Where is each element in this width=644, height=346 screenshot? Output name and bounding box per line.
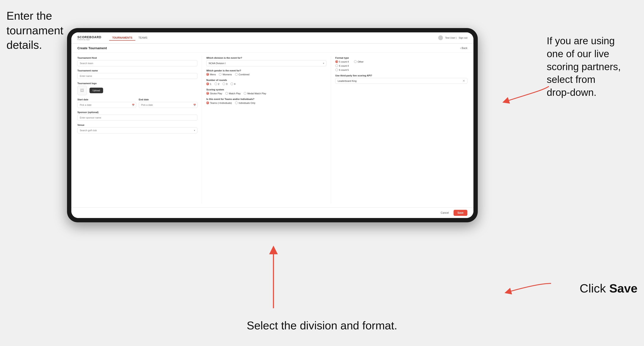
gender-mens-circle bbox=[206, 73, 209, 76]
format-type-row-2: 6 count 4 bbox=[335, 64, 468, 67]
upload-button[interactable]: Upload bbox=[90, 88, 103, 93]
scoring-tag-clear-icon[interactable]: ✕ bbox=[463, 79, 465, 82]
division-group: Which division is the event for? NCAA Di… bbox=[206, 57, 326, 66]
rounds-1-circle bbox=[206, 82, 209, 85]
format-other-label: Other bbox=[358, 60, 364, 63]
click-save-prefix: Click bbox=[580, 281, 609, 295]
sign-out-link[interactable]: Sign out bbox=[459, 36, 468, 39]
format-5count4[interactable]: 5 count 4 bbox=[335, 60, 349, 63]
end-date-input[interactable] bbox=[139, 102, 198, 108]
third-party-group: Use third-party live scoring API? Leader… bbox=[335, 74, 468, 84]
date-row: Start date End date bbox=[78, 98, 197, 108]
format-type-label: Format type bbox=[335, 57, 468, 59]
user-label: Test User | bbox=[445, 36, 456, 39]
format-type-grid: 5 count 4 Other 6 count 4 bbox=[335, 60, 468, 71]
cancel-button[interactable]: Cancel bbox=[438, 210, 452, 216]
scoring-medal-match-circle bbox=[244, 92, 246, 95]
format-6count4[interactable]: 6 count 4 bbox=[335, 64, 349, 67]
col-divider-1 bbox=[202, 57, 202, 203]
tournament-name-input[interactable] bbox=[78, 73, 197, 79]
division-label: Which division is the event for? bbox=[206, 57, 326, 59]
logo-placeholder: 🖼 bbox=[78, 86, 87, 95]
start-date-group: Start date bbox=[78, 98, 136, 108]
scoring-tag-value: Leaderboard King bbox=[338, 80, 356, 82]
start-date-input[interactable] bbox=[78, 102, 136, 108]
format-other-circle bbox=[354, 60, 357, 63]
nav-link-tournaments[interactable]: TOURNAMENTS bbox=[109, 35, 135, 41]
event-type-individuals-label: Individuals Only bbox=[239, 102, 256, 104]
gender-combined[interactable]: Combined bbox=[235, 73, 250, 76]
format-6count5-circle bbox=[335, 68, 338, 71]
nav-links: TOURNAMENTS TEAMS bbox=[109, 35, 150, 40]
rounds-1[interactable]: 1 bbox=[206, 82, 211, 85]
sponsor-input[interactable] bbox=[78, 115, 197, 121]
scoring-group: Scoring system Stroke Play Match Play bbox=[206, 88, 326, 95]
format-6count5-label: 6 count 5 bbox=[339, 69, 349, 71]
scoring-stroke-label: Stroke Play bbox=[210, 92, 222, 95]
scoring-label: Scoring system bbox=[206, 88, 326, 91]
event-type-individuals[interactable]: Individuals Only bbox=[235, 101, 256, 104]
gender-combined-label: Combined bbox=[239, 73, 250, 76]
event-type-teams-circle bbox=[206, 101, 209, 104]
gender-label: Which gender is the event for? bbox=[206, 69, 326, 72]
format-6count5[interactable]: 6 count 5 bbox=[335, 68, 349, 71]
click-save-bold: Save bbox=[609, 281, 638, 295]
rounds-4-circle bbox=[230, 82, 233, 85]
scoring-stroke-circle bbox=[206, 92, 209, 95]
gender-mens[interactable]: Mens bbox=[206, 73, 216, 76]
format-type-row-1: 5 count 4 Other bbox=[335, 60, 468, 63]
rounds-3-circle bbox=[222, 82, 225, 85]
logo-text: SCOREBOARD bbox=[78, 35, 102, 39]
rounds-2[interactable]: 2 bbox=[214, 82, 220, 85]
rounds-3[interactable]: 3 bbox=[222, 82, 228, 85]
event-type-teams-label: Teams (+Individuals) bbox=[210, 102, 232, 104]
format-other[interactable]: Other bbox=[354, 60, 364, 63]
scoring-medal-match-label: Medal Match Play bbox=[247, 92, 266, 95]
save-button[interactable]: Save bbox=[454, 210, 468, 216]
third-party-label: Use third-party live scoring API? bbox=[335, 74, 468, 77]
event-type-individuals-circle bbox=[235, 101, 238, 104]
gender-mens-label: Mens bbox=[210, 73, 216, 76]
sponsor-group: Sponsor (optional) bbox=[78, 111, 197, 121]
event-type-teams[interactable]: Teams (+Individuals) bbox=[206, 101, 232, 104]
format-type-row-3: 6 count 5 bbox=[335, 68, 468, 71]
format-type-group: Format type 5 count 4 Other bbox=[335, 57, 468, 71]
scoring-match[interactable]: Match Play bbox=[225, 92, 240, 95]
tournament-logo-group: Tournament logo 🖼 Upload bbox=[78, 82, 197, 95]
rounds-group: Number of rounds 1 2 bbox=[206, 79, 326, 85]
gender-radio-group: Mens Womens Combined bbox=[206, 73, 326, 76]
col-divider-2 bbox=[331, 57, 331, 203]
logo-sub: Powered by clippit bbox=[78, 39, 102, 40]
format-5count4-circle bbox=[335, 60, 338, 63]
rounds-2-circle bbox=[214, 82, 217, 85]
venue-input[interactable] bbox=[78, 127, 197, 133]
tournament-name-group: Tournament name bbox=[78, 69, 197, 79]
start-date-label: Start date bbox=[78, 98, 136, 101]
scoring-stroke[interactable]: Stroke Play bbox=[206, 92, 222, 95]
gender-group: Which gender is the event for? Mens Wome… bbox=[206, 69, 326, 76]
end-date-label: End date bbox=[139, 98, 198, 101]
page-header: Create Tournament Back bbox=[71, 44, 474, 53]
format-5count4-label: 5 count 4 bbox=[339, 60, 349, 63]
tournament-host-input[interactable] bbox=[78, 60, 197, 66]
venue-label: Venue bbox=[78, 124, 197, 126]
format-6count4-circle bbox=[335, 64, 338, 67]
rounds-1-label: 1 bbox=[210, 83, 211, 85]
tournament-logo-label: Tournament logo bbox=[78, 82, 197, 85]
rounds-3-label: 3 bbox=[226, 83, 228, 85]
back-link[interactable]: Back bbox=[460, 47, 468, 50]
division-select[interactable]: NCAA Division I bbox=[206, 60, 326, 66]
rounds-4[interactable]: 4 bbox=[230, 82, 236, 85]
scoring-tag-input[interactable]: Leaderboard King ✕ bbox=[335, 78, 468, 84]
gender-combined-circle bbox=[235, 73, 238, 76]
scoring-medal-match[interactable]: Medal Match Play bbox=[244, 92, 266, 95]
rounds-radio-group: 1 2 3 4 bbox=[206, 82, 326, 85]
gender-womens[interactable]: Womens bbox=[219, 73, 232, 76]
nav-right: Test User | Sign out bbox=[438, 35, 468, 40]
form-col-left: Tournament Host Tournament name Tourname… bbox=[78, 57, 197, 203]
user-avatar bbox=[438, 35, 443, 40]
nav-link-teams[interactable]: TEAMS bbox=[135, 35, 150, 41]
event-type-group: Is this event for Teams and/or Individua… bbox=[206, 98, 326, 104]
scoring-match-label: Match Play bbox=[229, 92, 240, 95]
rounds-label: Number of rounds bbox=[206, 79, 326, 81]
